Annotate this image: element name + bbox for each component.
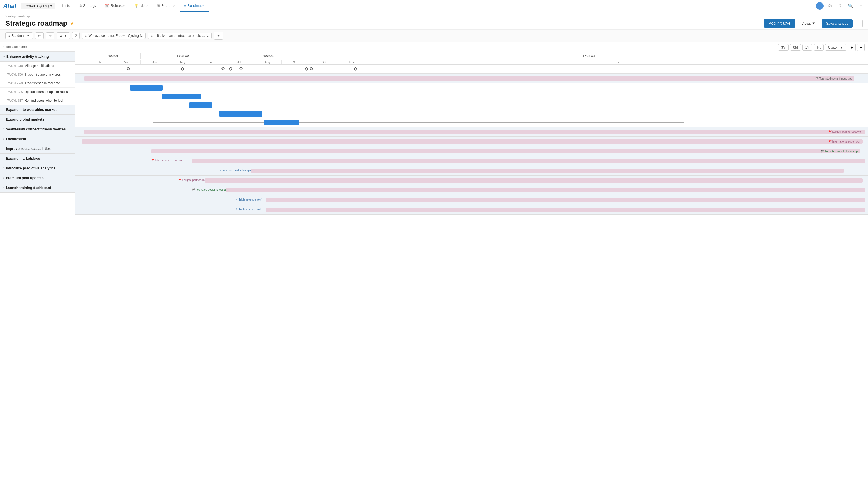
add-filter-button[interactable]: ＋ <box>214 32 223 39</box>
redo-button[interactable]: ↪ <box>46 32 55 39</box>
workspace-caret-icon: ▼ <box>50 4 52 7</box>
initiative-enhance-label: Enhance activity tracking <box>6 55 49 59</box>
month-headers: Feb Mar Apr May Jun Jul Aug Sep Oct Nov … <box>75 60 868 65</box>
social-bar <box>251 168 844 173</box>
feature-590-label: Track mileage of my tires <box>25 73 61 76</box>
initiative-social-row[interactable]: › Improve social capabilities <box>0 144 75 154</box>
gear-icon: ⚙ <box>60 34 63 38</box>
workspace-selector[interactable]: Fredwin Cycling ▼ <box>21 3 55 9</box>
feature-596-row[interactable]: FWCYL-596 Upload course maps for races <box>0 88 75 96</box>
custom-button[interactable]: Custom ▼ <box>825 44 846 51</box>
initiative-social-label: Improve social capabilities <box>6 147 51 151</box>
page-title-row: Strategic roadmap ★ Add initiative Views… <box>5 19 863 28</box>
initiative-analytics-row[interactable]: › Introduce predictive analytics <box>0 163 75 173</box>
features-icon: ⊞ <box>157 3 160 8</box>
search-icon[interactable]: 🔍 <box>847 2 855 10</box>
1y-button[interactable]: 1Y <box>802 44 812 51</box>
clock-icon: ⊙ <box>85 34 88 38</box>
feature-573-label: Track friends in real time <box>25 81 60 85</box>
gantt-toolbar: 3M 6M 1Y Fit Custom ▼ + − <box>75 42 868 53</box>
expand-localization-icon: › <box>3 137 4 140</box>
zoom-in-button[interactable]: + <box>848 44 856 51</box>
help-icon[interactable]: ? <box>837 2 844 10</box>
initiative-training-row[interactable]: › Launch training dashboard <box>0 183 75 193</box>
views-caret-icon: ▼ <box>812 22 815 26</box>
feature-617-row[interactable]: FWCYL-617 Remind users when to fuel <box>0 96 75 105</box>
export-button[interactable]: ↑ <box>855 20 863 27</box>
initiative-connect-label: Seamlessly connect fitness devices <box>6 127 66 131</box>
zoom-out-button[interactable]: − <box>857 44 865 51</box>
expand-wearables-icon: › <box>3 108 4 111</box>
initiative-filter-label: Initiative name: Introduce predicti... <box>155 34 205 38</box>
filter-button[interactable]: ▽ <box>72 32 80 39</box>
save-changes-button[interactable]: Save changes <box>822 19 852 28</box>
views-button[interactable]: Views ▼ <box>798 20 819 27</box>
roadmap-label: Roadmap <box>11 34 26 38</box>
initiative-global-row[interactable]: › Expand global markets <box>0 115 75 124</box>
feature-596-label: Upload course maps for races <box>25 90 68 94</box>
milestone-3 <box>221 67 225 71</box>
initiative-enhance-row[interactable]: ▾ Enhance activity tracking <box>0 52 75 62</box>
initiative-wearables-row[interactable]: › Expand into wearables market <box>0 105 75 115</box>
initiative-premium-row[interactable]: › Premium plan updates <box>0 173 75 183</box>
6m-button[interactable]: 6M <box>790 44 801 51</box>
gantt-rows: 🏁 Top rated social fitness app <box>75 64 868 215</box>
page-header: Strategic roadmap Strategic roadmap ★ Ad… <box>0 12 868 30</box>
initiative-global-label: Expand global markets <box>6 117 44 121</box>
expand-premium-icon: › <box>3 176 4 180</box>
add-icon[interactable]: ＋ <box>857 2 865 10</box>
month-jun: Jun <box>197 60 225 64</box>
custom-caret-icon: ▼ <box>840 45 843 49</box>
app-logo[interactable]: Aha! <box>3 2 17 9</box>
month-apr: Apr <box>141 60 168 64</box>
release-names-row[interactable]: › Release names <box>0 42 75 52</box>
nav-item-info[interactable]: ℹ Info <box>57 0 74 12</box>
add-initiative-button[interactable]: Add initiative <box>764 19 795 28</box>
initiative-filter[interactable]: ⊙ Initiative name: Introduce predicti...… <box>148 33 212 39</box>
enhance-bar: 🏁 Top rated social fitness app <box>84 76 855 81</box>
3m-button[interactable]: 3M <box>778 44 788 51</box>
gantt-scroll[interactable]: FY22 Q1 FY22 Q2 FY22 Q3 FY22 Q4 Feb Mar … <box>75 53 868 488</box>
training-gantt-row: 🏳 Triple revenue YoY <box>75 205 868 215</box>
gantt-area: 3M 6M 1Y Fit Custom ▼ + − FY22 Q1 FY22 Q… <box>75 42 868 488</box>
feature-573-row[interactable]: FWCYL-573 Track friends in real time <box>0 79 75 88</box>
release-names-gantt-row <box>75 64 868 74</box>
feature-618-gantt-row <box>75 84 868 92</box>
marketplace-bar <box>205 178 863 183</box>
connect-bar: 🏁 Top rated social fitness app <box>151 149 860 153</box>
nav-item-roadmaps[interactable]: ≡ Roadmaps <box>180 0 209 12</box>
undo-button[interactable]: ↩ <box>35 32 44 39</box>
quarter-fy22q2: FY22 Q2 <box>141 53 225 59</box>
analytics-gantt-row: 🏁 Top rated social fitness app <box>75 185 868 195</box>
workspace-name: Fredwin Cycling <box>24 4 49 8</box>
training-flag-label: 🏳 Triple revenue YoY <box>235 208 267 211</box>
quarter-fy22q1: FY22 Q1 <box>84 53 141 59</box>
nav-item-strategy[interactable]: ◎ Strategy <box>74 0 100 12</box>
page-title: Strategic roadmap <box>5 19 67 28</box>
month-nov: Nov <box>338 60 366 64</box>
initiative-localization-row[interactable]: › Localization <box>0 134 75 144</box>
milestone-4 <box>229 67 232 71</box>
nav-right-actions: F ⚙ ? 🔍 ＋ <box>816 2 865 10</box>
roadmap-selector[interactable]: ≡ Roadmap ▼ <box>5 32 33 39</box>
ideas-icon: 💡 <box>134 3 138 8</box>
nav-label-roadmaps: Roadmaps <box>187 3 205 8</box>
initiative-marketplace-label: Expand marketplace <box>6 156 40 160</box>
user-avatar[interactable]: F <box>816 2 824 10</box>
feature-590-row[interactable]: FWCYL-590 Track mileage of my tires <box>0 70 75 79</box>
nav-item-features[interactable]: ⊞ Features <box>153 0 180 12</box>
nav-items: ℹ Info ◎ Strategy 📅 Releases 💡 Ideas ⊞ F… <box>57 0 816 12</box>
initiative-marketplace-row[interactable]: › Expand marketplace <box>0 154 75 163</box>
initiative-connect-row[interactable]: › Seamlessly connect fitness devices <box>0 124 75 134</box>
feature-618-row[interactable]: FWCYL-618 Mileage notifications <box>0 62 75 70</box>
expand-global-icon: › <box>3 118 4 121</box>
nav-item-releases[interactable]: 📅 Releases <box>100 0 130 12</box>
feature-573-code: FWCYL-573 <box>6 82 23 85</box>
favorite-star-icon[interactable]: ★ <box>70 20 74 26</box>
fit-button[interactable]: Fit <box>814 44 823 51</box>
settings-icon[interactable]: ⚙ <box>826 2 834 10</box>
workspace-filter[interactable]: ⊙ Workspace name: Fredwin Cycling ⇅ <box>82 33 146 39</box>
settings-button[interactable]: ⚙ ▼ <box>57 32 70 39</box>
initiative-analytics-label: Introduce predictive analytics <box>6 166 56 170</box>
nav-item-ideas[interactable]: 💡 Ideas <box>130 0 153 12</box>
